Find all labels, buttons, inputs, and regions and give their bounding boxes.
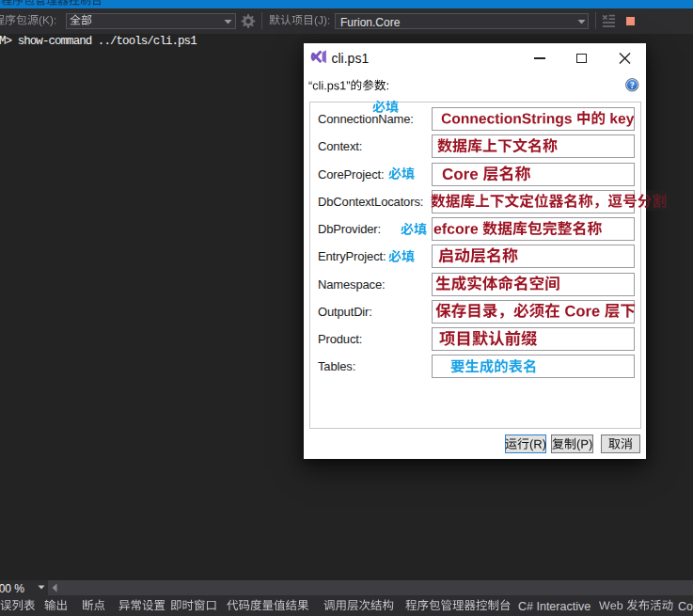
svg-text:?: ? [630,80,635,90]
